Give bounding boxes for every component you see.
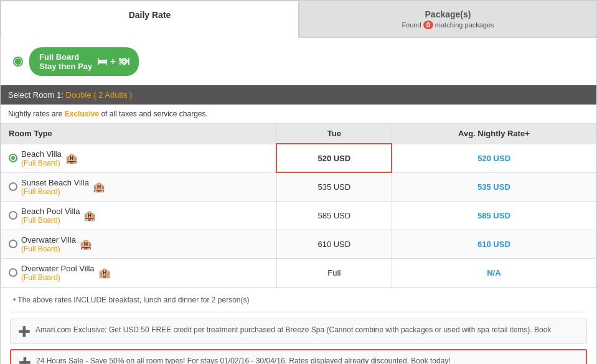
avg-rate-cell[interactable]: 585 USD [392,201,596,230]
promo-item-1: ➕24 Hours Sale - Save 50% on all room ty… [10,349,587,365]
tab-bar: Daily Rate Package(s) Found 0 matching p… [1,1,596,38]
col-header-tue: Tue [276,124,392,144]
tue-rate-cell[interactable]: 610 USD [276,230,392,258]
col-header-room-type: Room Type [1,124,277,144]
table-row[interactable]: Beach Pool Villa(Full Board)🏨585 USD585 … [1,201,596,230]
room-radio-3[interactable] [9,240,17,248]
promotions-section: ➕Amari.com Exclusive: Get USD 50 FREE cr… [1,312,596,365]
packages-found-text: Found 0 matching packages [306,21,590,29]
room-info-icon[interactable]: 🏨 [83,210,96,222]
notes-text: • The above rates INCLUDE breakfast, lun… [13,296,250,304]
pill-line2: Stay then Pay [39,62,92,71]
avg-rate-cell[interactable]: 610 USD [392,230,596,258]
room-board: (Full Board) [21,187,89,196]
promo-text: Amari.com Exclusive: Get USD 50 FREE cre… [35,325,551,334]
promo-item-0: ➕Amari.com Exclusive: Get USD 50 FREE cr… [10,319,587,344]
room-name: Beach Pool Villa [21,207,80,216]
room-selector-bar: Select Room 1: Double ( 2 Adults ) [1,85,596,105]
room-desc: Double ( 2 Adults ) [66,90,133,100]
pill-icons: 🛏 + 🍽 [97,56,128,67]
room-info-icon[interactable]: 🏨 [98,267,111,279]
rates-table-wrapper: Room Type Tue Avg. Nightly Rate+ Beach V… [1,123,596,287]
room-board: (Full Board) [21,216,80,225]
tab-daily-rate[interactable]: Daily Rate [1,1,299,38]
pill-line1: Full Board [39,52,92,62]
room-radio-2[interactable] [9,211,17,220]
notes-section: • The above rates INCLUDE breakfast, lun… [1,287,596,312]
room-board: (Full Board) [21,273,95,282]
room-radio-4[interactable] [9,268,17,277]
room-type-cell: Beach Villa(Full Board)🏨 [1,144,277,172]
avg-rate-cell[interactable]: 535 USD [392,172,596,201]
promo-text: 24 Hours Sale - Save 50% on all room typ… [36,357,451,365]
tue-rate-cell[interactable]: 535 USD [276,172,392,201]
nightly-rates-info: Nightly rates are Exclusive of all taxes… [1,105,596,123]
tab-packages[interactable]: Package(s) Found 0 matching packages [299,1,596,37]
promo-plus-icon: ➕ [18,325,31,337]
tab-packages-label: Package(s) [306,9,590,19]
table-row[interactable]: Beach Villa(Full Board)🏨520 USD520 USD [1,144,596,172]
room-type-cell: Overwater Pool Villa(Full Board)🏨 [1,258,277,287]
room-board: (Full Board) [21,159,62,167]
promo-plus-icon: ➕ [19,357,31,365]
tue-rate-cell[interactable]: Full [276,258,392,287]
room-radio-1[interactable] [9,182,17,191]
room-radio-0[interactable] [9,154,17,162]
room-info-icon[interactable]: 🏨 [80,238,92,250]
room-name: Sunset Beach Villa [21,178,89,187]
avg-rate-cell[interactable]: 520 USD [392,144,596,172]
room-type-cell: Overwater Villa(Full Board)🏨 [1,230,277,258]
room-name: Overwater Villa [21,235,76,245]
room-name: Overwater Pool Villa [21,264,95,273]
table-row[interactable]: Sunset Beach Villa(Full Board)🏨535 USD53… [1,172,596,201]
tue-rate-cell[interactable]: 520 USD [276,144,392,172]
tue-rate-cell[interactable]: 585 USD [276,201,392,230]
full-board-pill[interactable]: Full Board Stay then Pay 🛏 + 🍽 [29,47,139,76]
pill-text: Full Board Stay then Pay [39,52,92,71]
room-type-cell: Sunset Beach Villa(Full Board)🏨 [1,172,277,201]
room-info-icon[interactable]: 🏨 [65,152,78,164]
room-name: Beach Villa [21,149,62,159]
avg-rate-cell[interactable]: N/A [392,258,596,287]
table-row[interactable]: Overwater Villa(Full Board)🏨610 USD610 U… [1,230,596,258]
rate-type-selector: Full Board Stay then Pay 🛏 + 🍽 [1,38,596,85]
rates-table: Room Type Tue Avg. Nightly Rate+ Beach V… [1,123,596,287]
room-type-cell: Beach Pool Villa(Full Board)🏨 [1,201,277,230]
room-info-icon[interactable]: 🏨 [93,181,105,193]
exclusive-label: Exclusive [65,110,99,118]
packages-count-badge: 0 [423,21,433,29]
rate-radio-button[interactable] [13,57,23,67]
table-row[interactable]: Overwater Pool Villa(Full Board)🏨FullN/A [1,258,596,287]
col-header-avg-rate: Avg. Nightly Rate+ [392,124,596,144]
room-board: (Full Board) [21,245,76,253]
tab-daily-rate-label: Daily Rate [129,10,171,20]
room-selector-label: Select Room 1: [8,90,63,100]
